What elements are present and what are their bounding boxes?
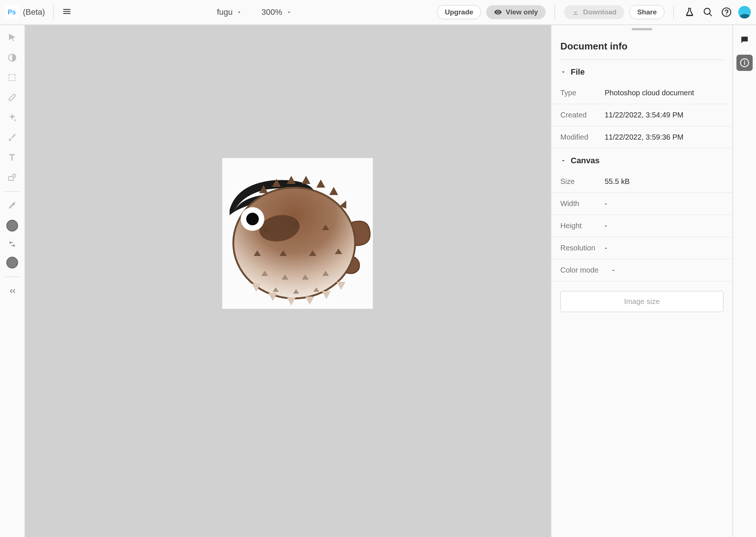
background-color[interactable] xyxy=(6,257,18,268)
flask-icon xyxy=(684,7,695,17)
svg-rect-13 xyxy=(744,62,745,65)
artboard xyxy=(222,158,373,309)
right-sidebar xyxy=(732,25,756,537)
comments-button[interactable] xyxy=(736,32,753,48)
document-name-dropdown[interactable]: fugu xyxy=(217,7,242,17)
canvas-resolution-label: Resolution xyxy=(560,244,605,252)
svg-point-5 xyxy=(13,98,13,99)
collapse-toolbar-button[interactable] xyxy=(6,285,18,297)
canvas-colormode-value: - xyxy=(612,266,724,274)
file-section-title: File xyxy=(571,67,585,77)
svg-rect-2 xyxy=(9,74,15,81)
svg-point-11 xyxy=(246,213,259,225)
download-label: Download xyxy=(583,8,616,16)
right-controls: Upgrade View only Download Share xyxy=(437,5,751,19)
svg-point-14 xyxy=(744,61,745,62)
sparkle-icon xyxy=(7,113,17,122)
adjust-tool xyxy=(6,52,18,64)
foreground-color[interactable] xyxy=(6,220,18,232)
comment-icon xyxy=(740,35,749,45)
top-bar: Ps (Beta) fugu 300% Upgrade View only Do… xyxy=(0,0,756,25)
bandaid-icon xyxy=(7,93,17,102)
toolbar-divider xyxy=(5,191,20,192)
file-created-label: Created xyxy=(560,111,605,119)
main-area: Document info File Type Photoshop cloud … xyxy=(0,25,756,537)
canvas-viewport[interactable] xyxy=(25,25,551,537)
download-button: Download xyxy=(564,5,624,19)
document-name: fugu xyxy=(217,7,233,17)
canvas-resolution-row: Resolution - xyxy=(551,237,732,259)
panel-resize-grip[interactable] xyxy=(632,28,652,30)
chevron-down-icon xyxy=(236,9,242,15)
canvas-colormode-label: Color mode xyxy=(560,266,612,274)
chevron-down-icon xyxy=(560,69,566,75)
file-type-label: Type xyxy=(560,89,605,97)
file-modified-label: Modified xyxy=(560,133,605,141)
brush-tool xyxy=(6,131,18,143)
center-controls: fugu 300% xyxy=(76,7,433,17)
chevron-down-icon xyxy=(560,158,566,164)
swap-icon xyxy=(8,240,17,249)
file-modified-value: 11/22/2022, 3:59:36 PM xyxy=(605,133,724,141)
share-button[interactable]: Share xyxy=(629,5,664,19)
canvas-size-label: Size xyxy=(560,177,605,186)
app-logo[interactable]: Ps xyxy=(5,6,18,19)
divider xyxy=(53,6,54,19)
move-tool xyxy=(6,32,18,44)
canvas-width-row: Width - xyxy=(551,193,732,215)
info-button[interactable] xyxy=(736,55,753,71)
canvas-section-header[interactable]: Canvas xyxy=(551,148,732,171)
file-section-header[interactable]: File xyxy=(551,60,732,82)
file-type-value: Photoshop cloud document xyxy=(605,89,724,97)
toolbar-divider xyxy=(5,277,20,277)
divider xyxy=(673,6,674,19)
divider xyxy=(554,6,555,19)
marquee-icon xyxy=(7,73,17,82)
canvas-size-row: Size 55.5 kB xyxy=(551,171,732,193)
svg-rect-3 xyxy=(8,94,16,101)
text-tool xyxy=(6,151,18,163)
svg-point-4 xyxy=(11,96,12,97)
shapes-icon xyxy=(7,172,17,182)
document-info-panel: Document info File Type Photoshop cloud … xyxy=(551,25,732,537)
upgrade-button[interactable]: Upgrade xyxy=(437,5,481,19)
healing-tool xyxy=(6,92,18,103)
text-icon xyxy=(7,153,17,162)
canvas-section-title: Canvas xyxy=(571,156,599,165)
menu-button[interactable] xyxy=(62,7,72,18)
chevron-down-icon xyxy=(286,9,292,15)
view-only-label: View only xyxy=(506,8,538,16)
beta-tag: (Beta) xyxy=(23,7,45,17)
half-circle-icon xyxy=(7,53,17,62)
cursor-icon xyxy=(7,33,17,42)
ai-tool xyxy=(6,112,18,123)
swap-colors-button[interactable] xyxy=(8,240,17,249)
left-toolbar xyxy=(0,25,25,537)
canvas-colormode-row: Color mode - xyxy=(551,259,732,281)
selection-tool xyxy=(6,72,18,83)
file-created-row: Created 11/22/2022, 3:54:49 PM xyxy=(551,104,732,126)
chevrons-left-icon xyxy=(7,286,17,296)
search-button[interactable] xyxy=(701,6,715,19)
file-type-row: Type Photoshop cloud document xyxy=(551,82,732,104)
search-icon xyxy=(703,7,713,17)
eyedropper-tool xyxy=(6,200,18,212)
download-icon xyxy=(572,8,579,16)
canvas-size-value: 55.5 kB xyxy=(605,177,724,186)
hamburger-icon xyxy=(62,7,72,16)
svg-rect-6 xyxy=(8,177,13,181)
canvas-width-label: Width xyxy=(560,199,605,208)
view-only-button[interactable]: View only xyxy=(486,5,546,19)
user-avatar[interactable] xyxy=(738,6,751,18)
zoom-value: 300% xyxy=(261,7,282,17)
zoom-dropdown[interactable]: 300% xyxy=(261,7,292,17)
artwork-fugu xyxy=(222,158,373,309)
help-button[interactable] xyxy=(720,6,733,19)
labs-button[interactable] xyxy=(683,6,696,19)
canvas-width-value: - xyxy=(605,199,724,208)
file-modified-row: Modified 11/22/2022, 3:59:36 PM xyxy=(551,126,732,148)
canvas-resolution-value: - xyxy=(605,244,724,252)
canvas-height-value: - xyxy=(605,222,724,230)
eyedropper-icon xyxy=(7,201,17,211)
brush-icon xyxy=(7,133,17,142)
